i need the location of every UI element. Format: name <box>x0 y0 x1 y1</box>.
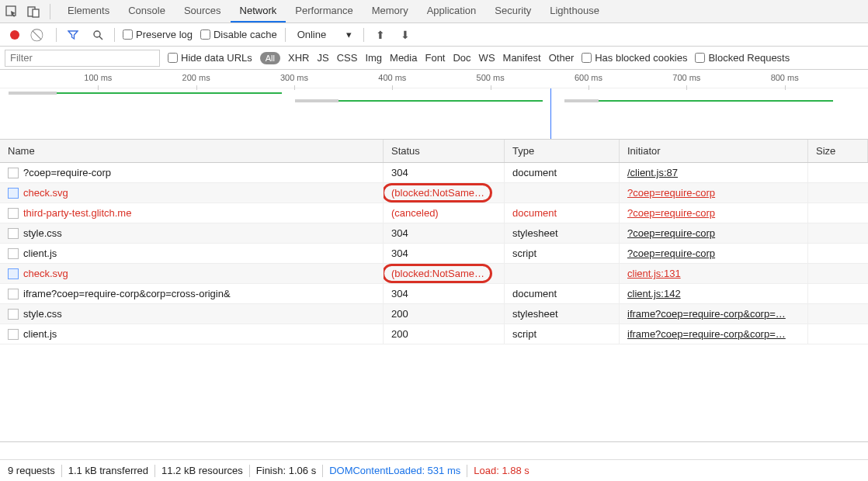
preserve-log-checkbox[interactable]: Preserve log <box>123 29 193 40</box>
request-size <box>808 223 868 243</box>
filter-input[interactable] <box>5 50 160 67</box>
blocked-cookies-checkbox[interactable]: Has blocked cookies <box>582 52 687 64</box>
filter-img[interactable]: Img <box>365 52 382 64</box>
tab-network[interactable]: Network <box>231 0 286 22</box>
col-name-header[interactable]: Name <box>0 140 384 162</box>
request-initiator-link[interactable]: iframe?coep=require-corp&corp=… <box>627 328 786 340</box>
blocked-requests-label: Blocked Requests <box>708 52 790 64</box>
request-type: script <box>512 247 536 259</box>
disable-cache-checkbox[interactable]: Disable cache <box>200 29 277 40</box>
col-size-header[interactable]: Size <box>808 140 868 162</box>
network-filter-bar: Hide data URLs All XHR JS CSS Img Media … <box>0 47 868 70</box>
tab-application[interactable]: Application <box>418 0 486 22</box>
image-file-icon <box>8 188 19 199</box>
request-name: client.js <box>23 328 57 340</box>
request-size <box>808 163 868 182</box>
tab-performance[interactable]: Performance <box>286 0 362 22</box>
table-row[interactable]: style.css304stylesheet?coep=require-corp <box>0 223 868 244</box>
request-status: (blocked:NotSame… <box>391 268 484 279</box>
device-toggle-icon[interactable] <box>25 3 42 20</box>
request-status: 304 <box>391 288 408 299</box>
hide-data-urls-checkbox[interactable]: Hide data URLs <box>168 52 252 64</box>
filter-css[interactable]: CSS <box>337 52 358 64</box>
tab-console[interactable]: Console <box>119 0 175 22</box>
inspect-icon[interactable] <box>3 3 20 20</box>
tab-security[interactable]: Security <box>485 0 540 22</box>
filter-xhr[interactable]: XHR <box>288 52 309 64</box>
request-name: client.js <box>23 247 57 259</box>
request-initiator-link[interactable]: client.js:131 <box>627 268 681 279</box>
request-size <box>808 284 868 303</box>
table-row[interactable]: client.js304script?coep=require-corp <box>0 244 868 264</box>
preserve-log-label: Preserve log <box>136 29 193 40</box>
request-initiator-link[interactable]: ?coep=require-corp <box>627 227 715 239</box>
blocked-requests-checkbox[interactable]: Blocked Requests <box>695 52 790 64</box>
request-initiator-link[interactable]: client.js:142 <box>627 288 681 299</box>
table-row[interactable]: ?coep=require-corp304document/client.js:… <box>0 163 868 183</box>
request-size <box>808 203 868 223</box>
search-icon[interactable] <box>89 26 106 43</box>
record-button[interactable] <box>6 26 23 43</box>
request-type: document <box>512 167 557 178</box>
upload-har-icon[interactable]: ⬆ <box>372 26 389 43</box>
status-transferred: 1.1 kB transferred <box>68 465 148 476</box>
clear-button[interactable]: ⃠ <box>31 26 48 43</box>
svg-rect-2 <box>33 9 39 17</box>
request-name: ?coep=require-corp <box>23 167 111 178</box>
filter-all[interactable]: All <box>260 52 280 64</box>
timeline-tick: 800 ms <box>771 73 799 82</box>
network-grid-body: ?coep=require-corp304document/client.js:… <box>0 163 868 442</box>
request-name: check.svg <box>23 187 68 199</box>
request-size <box>808 244 868 263</box>
svg-line-4 <box>99 36 102 40</box>
main-tabstrip: ElementsConsoleSourcesNetworkPerformance… <box>0 0 868 23</box>
tab-lighthouse[interactable]: Lighthouse <box>540 0 609 22</box>
request-initiator-link[interactable]: ?coep=require-corp <box>627 247 715 259</box>
filter-other[interactable]: Other <box>549 52 575 64</box>
throttling-value: Online <box>297 29 327 40</box>
timeline-tick: 600 ms <box>575 73 602 82</box>
table-row[interactable]: iframe?coep=require-corp&corp=cross-orig… <box>0 284 868 304</box>
request-type: stylesheet <box>512 227 558 239</box>
request-initiator-link[interactable]: ?coep=require-corp <box>627 187 715 199</box>
table-row[interactable]: client.js200scriptiframe?coep=require-co… <box>0 324 868 344</box>
request-name: style.css <box>23 308 62 320</box>
network-grid-header: Name Status Type Initiator Size <box>0 140 868 163</box>
svg-point-3 <box>94 31 100 37</box>
tab-memory[interactable]: Memory <box>363 0 418 22</box>
request-initiator-link[interactable]: /client.js:87 <box>627 167 678 178</box>
timeline-tick: 300 ms <box>280 73 308 82</box>
filter-media[interactable]: Media <box>390 52 417 64</box>
col-status-header[interactable]: Status <box>384 140 505 162</box>
col-initiator-header[interactable]: Initiator <box>620 140 808 162</box>
table-row[interactable]: style.css200stylesheetiframe?coep=requir… <box>0 304 868 324</box>
request-status: 304 <box>391 227 408 239</box>
download-har-icon[interactable]: ⬇ <box>397 26 414 43</box>
table-row[interactable]: third-party-test.glitch.me(canceled)docu… <box>0 203 868 223</box>
status-finish: Finish: 1.06 s <box>256 465 316 476</box>
disable-cache-label: Disable cache <box>214 29 277 40</box>
request-initiator-link[interactable]: ?coep=require-corp <box>627 207 715 219</box>
request-size <box>808 324 868 344</box>
throttling-select[interactable]: Online▾ <box>293 26 356 43</box>
table-row[interactable]: check.svg(blocked:NotSame…client.js:131 <box>0 264 868 284</box>
col-type-header[interactable]: Type <box>505 140 620 162</box>
filter-manifest[interactable]: Manifest <box>503 52 541 64</box>
request-initiator-link[interactable]: iframe?coep=require-corp&corp=… <box>627 308 786 320</box>
request-status: 304 <box>391 247 408 259</box>
tab-elements[interactable]: Elements <box>58 0 119 22</box>
table-row[interactable]: check.svg(blocked:NotSame…?coep=require-… <box>0 183 868 203</box>
timeline-tick: 700 ms <box>672 73 700 82</box>
request-type: document <box>512 288 557 299</box>
filter-doc[interactable]: Doc <box>453 52 470 64</box>
filter-font[interactable]: Font <box>425 52 445 64</box>
network-timeline[interactable]: 100 ms200 ms300 ms400 ms500 ms600 ms700 … <box>0 70 868 140</box>
filter-toggle-icon[interactable] <box>64 26 82 43</box>
network-toolbar: ⃠ Preserve log Disable cache Online▾ ⬆ ⬇ <box>0 23 868 47</box>
file-icon <box>8 168 19 178</box>
tab-sources[interactable]: Sources <box>175 0 231 22</box>
filter-js[interactable]: JS <box>317 52 328 64</box>
timeline-tick: 200 ms <box>182 73 210 82</box>
timeline-tick: 500 ms <box>477 73 505 82</box>
filter-ws[interactable]: WS <box>479 52 495 64</box>
